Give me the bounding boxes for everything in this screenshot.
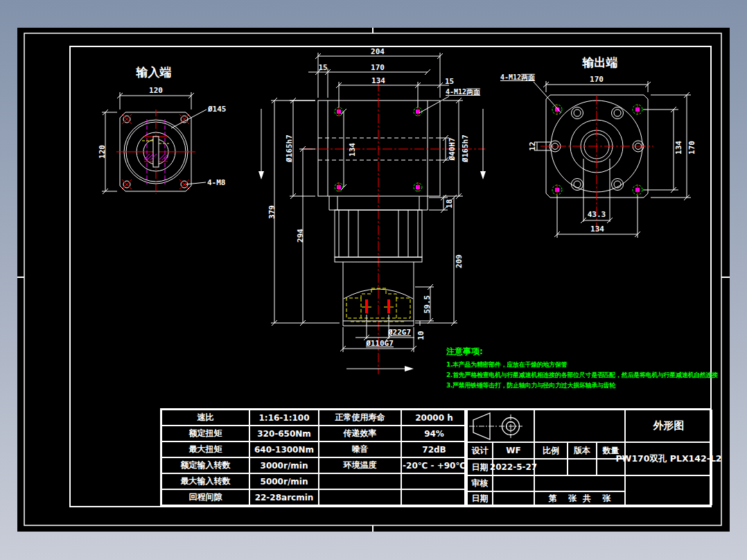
- front-dim-step: 18: [445, 199, 454, 208]
- output-view-title: 输出端: [582, 55, 618, 69]
- checker-value: [493, 475, 534, 491]
- title-block: 外形图 设计 WF 比例 版本 数量 PW170双孔 PLX142-L2 日期 …: [466, 408, 711, 507]
- notes-title: 注意事项:: [446, 346, 713, 358]
- front-dim-flange: 170: [371, 63, 385, 72]
- spec-table: 速比 1:16-1:100 正常使用寿命 20000 h 额定扭矩 320-65…: [160, 408, 466, 507]
- front-dim-bore-left: Ø165h7: [285, 134, 294, 163]
- front-label-bore-big: Ø110G7: [365, 339, 394, 348]
- front-dim-shaft-bore: Ø40H7: [448, 137, 457, 161]
- input-dim-height: 120: [98, 145, 107, 159]
- spec-label: 速比: [161, 410, 249, 426]
- sheet-numbering: 第 张 共 张: [534, 491, 625, 505]
- date2-label: 日期: [467, 491, 493, 505]
- spec-value: 3000r/min: [249, 457, 319, 473]
- title-block-empty-cell: [534, 410, 625, 442]
- output-dim-height: 170: [687, 141, 696, 155]
- spec-label: 传递效率: [319, 426, 401, 441]
- output-dim-bolt-h: 134: [590, 225, 604, 234]
- spec-label: 额定扭矩: [161, 426, 249, 441]
- date-label: 日期: [467, 459, 493, 475]
- date2-value: [493, 491, 534, 505]
- part-number: PW170双孔 PLX142-L2: [625, 442, 712, 475]
- front-dim-lip: 10: [416, 331, 425, 340]
- spec-label: [319, 473, 401, 489]
- note-item: 2.首先严格检查电机与行星减速机相连接的各部位尺寸是否匹配，然后是将电机与行星减…: [446, 370, 713, 380]
- front-dim-lower-height: 209: [455, 254, 464, 268]
- front-dim-total-height: 379: [267, 205, 276, 219]
- front-label-bore-small: Ø22G7: [387, 328, 411, 337]
- output-dim-width: 170: [590, 75, 604, 84]
- front-dim-bore-right: Ø165h7: [461, 134, 470, 163]
- cad-canvas: 输入端: [0, 0, 747, 560]
- input-view-title: 输入端: [136, 65, 172, 79]
- scale-label: 比例: [534, 442, 568, 459]
- front-dim-side-right: 15: [445, 77, 454, 86]
- projection-symbol-cell: [467, 410, 534, 442]
- spec-value: 72dB: [401, 441, 467, 457]
- spec-label: 额定输入转数: [161, 457, 249, 473]
- spec-value: 5000r/min: [249, 473, 319, 489]
- front-dim-bolt-h: 134: [371, 76, 385, 85]
- spec-label: 环境温度: [319, 457, 401, 473]
- version-label: 版本: [568, 442, 597, 459]
- version-value: [568, 459, 597, 475]
- note-item: 3.严禁用铁锤等击打，防止轴向力与径向力过大损坏轴承与齿轮: [446, 380, 713, 391]
- output-dim-keyway: 43.3: [588, 210, 606, 219]
- spec-value: 320-650Nm: [249, 426, 319, 441]
- front-dim-bolt-v: 134: [348, 143, 357, 157]
- title-block-empty-cell: [625, 475, 712, 505]
- drawing-type: 外形图: [625, 410, 712, 442]
- front-dim-center-height: 294: [296, 229, 305, 243]
- front-dim-side-left: 15: [318, 63, 327, 72]
- title-block-empty-cell: [534, 475, 625, 491]
- front-label-holes: 4-M12两面: [446, 88, 480, 96]
- output-dim-bolt-v: 134: [674, 141, 683, 155]
- output-label-holes: 4-M12两面: [500, 73, 535, 81]
- spec-value: [401, 489, 467, 505]
- spec-label: 噪音: [319, 441, 401, 457]
- spec-value: 1:16-1:100: [249, 410, 319, 426]
- front-dim-bell-height: 59.5: [423, 295, 432, 314]
- note-item: 1.本产品为精密部件，应放在干燥的地方保管: [446, 360, 713, 370]
- spec-label: [319, 489, 401, 505]
- designer-value: WF: [493, 442, 534, 459]
- input-label-holes: 4-M8: [207, 178, 226, 187]
- designer-label: 设计: [467, 442, 493, 459]
- spec-value: 22-28arcmin: [249, 489, 319, 505]
- spec-value: 94%: [401, 426, 467, 441]
- spec-label: 正常使用寿命: [319, 410, 401, 426]
- output-dim-key: 12: [528, 141, 537, 150]
- spec-value: -20℃ - +90℃: [401, 457, 467, 473]
- checker-label: 审核: [467, 475, 493, 491]
- spec-label: 最大扭矩: [161, 441, 249, 457]
- projection-symbol-icon: [468, 410, 534, 441]
- spec-label: 回程间隙: [161, 489, 249, 505]
- front-dim-overall: 204: [371, 47, 385, 56]
- input-dim-width: 120: [149, 86, 163, 95]
- spec-label: 最大输入转数: [161, 473, 249, 489]
- qty-value: [597, 459, 625, 475]
- input-label-bolt-circle: Ø145: [207, 105, 227, 114]
- date-value: 2022-5-27: [493, 459, 534, 475]
- spec-value: [401, 473, 467, 489]
- scale-value: [534, 459, 568, 475]
- spec-value: 20000 h: [401, 410, 467, 426]
- notes: 注意事项: 1.本产品为精密部件，应放在干燥的地方保管 2.首先严格检查电机与行…: [446, 346, 713, 391]
- spec-value: 640-1300Nm: [249, 441, 319, 457]
